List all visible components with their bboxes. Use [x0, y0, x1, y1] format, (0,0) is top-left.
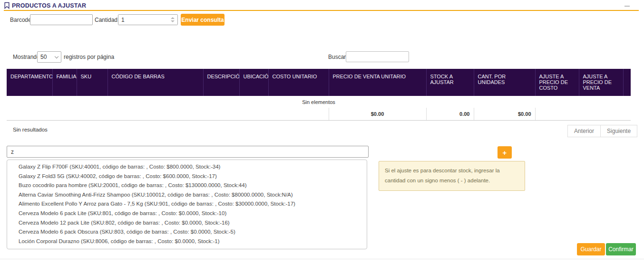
- col-ajuste-precio-costo: AJUSTE A PRECIO DE COSTO: [535, 69, 579, 96]
- bookmark-icon: [4, 2, 10, 9]
- totals-empty-cell: [535, 108, 579, 120]
- autocomplete-dropdown: Galaxy Z Flip F700F (SKU:40001, código d…: [7, 160, 367, 249]
- col-cant-por-unidades: CANT. POR UNIDADES: [474, 69, 535, 96]
- empty-table-row: Sin elementos: [7, 96, 631, 108]
- barcode-label: Barcode:: [10, 17, 33, 23]
- col-costo-unitario: COSTO UNITARIO: [268, 69, 329, 96]
- total-stock-a-ajustar: 0.00: [426, 108, 474, 120]
- suggestion-item[interactable]: Alterna Caviar Smoothing Anti-Frizz Sham…: [7, 190, 367, 200]
- suggestion-item[interactable]: Cerveza Modelo 6 pack Lite (SKU:801, cód…: [7, 209, 367, 218]
- pagination: Anterior Siguiente: [567, 125, 637, 137]
- previous-page-button[interactable]: Anterior: [567, 125, 601, 137]
- col-codigo-de-barras: CÓDIGO DE BARRAS: [107, 69, 203, 96]
- col-stock-a-ajustar: STOCK A AJUSTAR: [426, 69, 474, 96]
- panel-bottom-divider: [0, 259, 644, 259]
- suggestion-item[interactable]: Cerveza Modelo 12 pack Lite (SKU:802, có…: [7, 218, 367, 228]
- next-page-button[interactable]: Siguiente: [600, 125, 637, 137]
- suggestion-item[interactable]: Galaxy Z Fold3 5G (SKU:40002, código de …: [7, 172, 367, 181]
- suggestion-item[interactable]: Cerveza Modelo 6 pack Obscura (SKU:803, …: [7, 227, 367, 237]
- totals-empty-cell: [579, 108, 623, 120]
- product-search-input[interactable]: [7, 146, 369, 158]
- col-familia: FAMILIA: [52, 69, 77, 96]
- col-descripcion: DESCRIPCIÓN: [203, 69, 239, 96]
- cantidad-label: Cantidad:: [95, 17, 119, 23]
- suggestion-item[interactable]: Loción Corporal Durazno (SKU:8006, códig…: [7, 237, 367, 246]
- page-size-value: 50: [40, 54, 47, 60]
- barcode-input[interactable]: [30, 14, 93, 25]
- col-spacer: [623, 69, 631, 96]
- registros-label: registros por página: [64, 54, 114, 60]
- suggestion-item[interactable]: Alimento Excellent Pollo Y Arroz para Ga…: [7, 199, 367, 209]
- negative-stock-warning: Si el ajuste es para descontar stock, in…: [379, 161, 525, 191]
- page-size-select[interactable]: 50: [37, 51, 61, 63]
- panel-header: PRODUCTOS A AJUSTAR: [4, 2, 86, 9]
- products-to-adjust-panel: PRODUCTOS A AJUSTAR Barcode: Cantidad: E…: [0, 0, 644, 264]
- col-departamento: DEPARTAMENTO: [7, 69, 52, 96]
- buscar-label: Buscar: [328, 54, 346, 60]
- collapse-panel-icon[interactable]: [624, 6, 630, 7]
- products-table: DEPARTAMENTO FAMILIA SKU CÓDIGO DE BARRA…: [7, 69, 631, 121]
- cantidad-stepper[interactable]: [118, 14, 178, 25]
- suggestion-item[interactable]: Galaxy Z Flip F700F (SKU:40001, código d…: [7, 162, 367, 172]
- spin-down-icon[interactable]: [171, 20, 175, 22]
- buscar-input[interactable]: [346, 51, 409, 62]
- totals-spacer-cell: [7, 108, 329, 120]
- chevron-down-icon: [55, 54, 59, 58]
- confirmar-button[interactable]: Confirmar: [606, 243, 636, 255]
- col-sku: SKU: [77, 69, 107, 96]
- spinner-arrows-icon[interactable]: [169, 15, 176, 25]
- col-ubicacion: UBICACIÓN: [239, 69, 268, 96]
- header-accent-divider: [4, 10, 639, 11]
- spin-up-icon[interactable]: [171, 17, 175, 19]
- enviar-consulta-button[interactable]: Enviar consulta: [181, 14, 224, 26]
- results-status: Sin resultados: [13, 127, 48, 132]
- add-product-button[interactable]: +: [498, 146, 512, 159]
- mostrando-label: Mostrando: [13, 54, 40, 60]
- guardar-button[interactable]: Guardar: [577, 243, 605, 255]
- totals-row: $0.00 0.00 $0.00: [7, 108, 631, 120]
- cantidad-input[interactable]: [118, 15, 177, 25]
- empty-table-message: Sin elementos: [7, 96, 631, 108]
- col-ajuste-precio-venta: AJUSTE A PRECIO DE VENTA: [579, 69, 623, 96]
- page-title: PRODUCTOS A AJUSTAR: [12, 2, 86, 9]
- totals-empty-cell: [623, 108, 631, 120]
- total-precio-venta: $0.00: [329, 108, 426, 120]
- table-header-row: DEPARTAMENTO FAMILIA SKU CÓDIGO DE BARRA…: [7, 69, 631, 96]
- suggestion-item[interactable]: Buzo cocodrilo para hombre (SKU:20001, c…: [7, 181, 367, 190]
- col-precio-venta-unitario: PRECIO DE VENTA UNITARIO: [329, 69, 426, 96]
- total-cant-por-unidades: $0.00: [474, 108, 535, 120]
